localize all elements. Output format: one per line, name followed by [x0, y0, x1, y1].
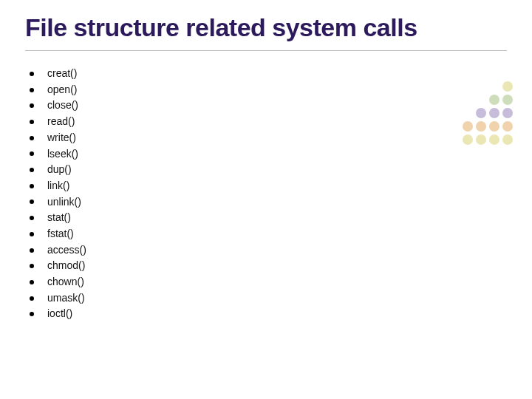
list-item: close(): [27, 98, 86, 114]
divider-line: [25, 50, 507, 51]
content-area: creat() open() close() read() write() ls…: [25, 66, 507, 322]
syscall-list: creat() open() close() read() write() ls…: [27, 66, 86, 322]
list-item: write(): [27, 130, 86, 146]
decorative-dot-grid: [463, 81, 513, 145]
page-title: File structure related system calls: [25, 13, 507, 42]
list-item: fstat(): [27, 226, 86, 242]
list-item: ioctl(): [27, 306, 86, 322]
list-item: access(): [27, 242, 86, 259]
title-underline: [25, 45, 507, 55]
list-item: stat(): [27, 210, 86, 226]
list-item: creat(): [27, 66, 86, 82]
list-item: chmod(): [27, 258, 86, 274]
list-item: umask(): [27, 290, 86, 307]
list-item: open(): [27, 82, 86, 98]
list-item: dup(): [27, 162, 86, 178]
list-item: chown(): [27, 274, 86, 290]
list-item: unlink(): [27, 194, 86, 211]
slide: File structure related system calls crea…: [0, 0, 532, 399]
list-item: read(): [27, 114, 86, 130]
list-item: lseek(): [27, 146, 86, 163]
list-item: link(): [27, 178, 86, 194]
